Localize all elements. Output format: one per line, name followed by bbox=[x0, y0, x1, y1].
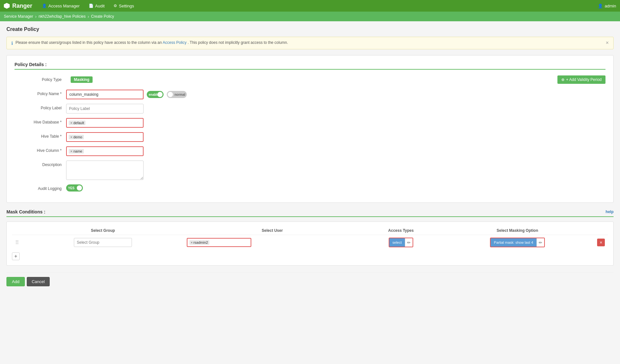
info-alert: ℹ Please ensure that users/groups listed… bbox=[6, 37, 614, 49]
remove-row-button[interactable]: × bbox=[597, 239, 605, 246]
access-type-button[interactable]: select bbox=[389, 238, 405, 247]
alert-close-button[interactable]: × bbox=[606, 40, 609, 45]
hive-table-input[interactable]: × demo bbox=[66, 132, 144, 142]
masking-option-tag: Partial mask: show last 4 bbox=[491, 238, 536, 247]
description-input[interactable] bbox=[66, 161, 144, 180]
conditions-card: Select Group Select User Access Types Se… bbox=[6, 221, 614, 266]
audit-icon: 📄 bbox=[89, 4, 94, 8]
conditions-table-body: ⠿ × rsadmin2 bbox=[12, 235, 608, 250]
policy-label-input[interactable] bbox=[66, 104, 144, 113]
select-group-input[interactable] bbox=[74, 238, 132, 247]
user-tag: × rsadmin2 bbox=[189, 240, 209, 245]
description-row: Description bbox=[15, 161, 605, 180]
hive-database-input[interactable]: × default bbox=[66, 118, 144, 128]
add-button[interactable]: Add bbox=[6, 277, 25, 286]
alert-message-pre: Please ensure that users/groups listed i… bbox=[15, 40, 162, 45]
hive-column-tag: × name bbox=[69, 149, 84, 153]
hive-column-row: Hive Column * × name bbox=[15, 146, 605, 156]
select-group-cell bbox=[22, 235, 184, 250]
hive-database-controls: × default bbox=[66, 118, 605, 128]
access-type-edit-button[interactable]: ✏ bbox=[405, 238, 413, 247]
nav-access-manager-label: Access Manager bbox=[48, 4, 80, 8]
breadcrumb-create-policy[interactable]: Create Policy bbox=[89, 14, 116, 19]
hive-database-tag: × default bbox=[69, 121, 85, 125]
policy-label-label: Policy Label bbox=[15, 104, 66, 110]
drag-col-header bbox=[12, 226, 22, 235]
select-group-col-header: Select Group bbox=[22, 226, 184, 235]
nav-settings[interactable]: ⚙ Settings bbox=[109, 0, 138, 12]
policy-name-input[interactable] bbox=[66, 90, 144, 99]
username-label: admin bbox=[605, 4, 616, 8]
policy-details-heading: Policy Details : bbox=[15, 62, 605, 70]
nav-audit[interactable]: 📄 Audit bbox=[84, 0, 109, 12]
policy-label-controls bbox=[66, 104, 605, 113]
drag-handle-cell: ⠿ bbox=[12, 235, 22, 250]
remove-row-cell: × bbox=[594, 235, 608, 250]
add-row-label: + bbox=[14, 253, 17, 259]
policy-name-label: Policy Name * bbox=[15, 90, 66, 96]
masking-option-edit-button[interactable]: ✏ bbox=[536, 238, 544, 247]
policy-label-row: Policy Label bbox=[15, 104, 605, 113]
plus-icon: ⊕ bbox=[561, 77, 565, 82]
page-title: Create Policy bbox=[6, 26, 614, 32]
masking-option-cell: Partial mask: show last 4 ✏ bbox=[441, 235, 594, 250]
add-validity-period-button[interactable]: ⊕ + Add Validity Period bbox=[557, 75, 605, 84]
description-label: Description bbox=[15, 161, 66, 167]
masking-option-wrap: Partial mask: show last 4 ✏ bbox=[490, 238, 545, 247]
audit-logging-label: Audit Logging bbox=[15, 184, 66, 191]
breadcrumb-create-policy-label: Create Policy bbox=[91, 14, 114, 19]
hive-column-tag-remove[interactable]: × bbox=[70, 149, 72, 153]
breadcrumb-service-manager[interactable]: Service Manager bbox=[4, 14, 35, 19]
breadcrumb-service-manager-label: Service Manager bbox=[4, 14, 33, 19]
access-type-wrap: select ✏ bbox=[389, 238, 414, 247]
policy-type-left: Policy Type Masking bbox=[15, 76, 93, 83]
access-manager-icon: 👤 bbox=[42, 4, 47, 8]
drag-handle-icon[interactable]: ⠿ bbox=[15, 240, 19, 245]
normal-toggle-circle bbox=[168, 92, 173, 97]
hive-database-tag-remove[interactable]: × bbox=[70, 121, 72, 125]
breadcrumb-policies-label: nkh22whcllap_hive Policies bbox=[38, 14, 85, 19]
breadcrumb-policies[interactable]: nkh22whcllap_hive Policies bbox=[36, 14, 87, 19]
top-nav: Ranger 👤 Access Manager 📄 Audit ⚙ Settin… bbox=[0, 0, 620, 12]
nav-access-manager[interactable]: 👤 Access Manager bbox=[37, 0, 84, 12]
add-validity-label: + Add Validity Period bbox=[566, 77, 602, 82]
hive-database-row: Hive Database * × default bbox=[15, 118, 605, 128]
cancel-button[interactable]: Cancel bbox=[27, 277, 49, 286]
hive-column-tag-value: name bbox=[73, 149, 82, 153]
enabled-toggle[interactable]: enabled bbox=[147, 91, 164, 98]
brand-logo[interactable]: Ranger bbox=[4, 3, 32, 9]
hive-database-label: Hive Database * bbox=[15, 118, 66, 124]
info-icon: ℹ bbox=[11, 41, 13, 46]
audit-logging-controls: YES bbox=[66, 184, 605, 192]
policy-name-controls: enabled normal bbox=[66, 90, 605, 99]
alert-access-policy-link[interactable]: Access Policy bbox=[163, 40, 186, 45]
conditions-table: Select Group Select User Access Types Se… bbox=[12, 226, 608, 250]
help-link[interactable]: help bbox=[605, 210, 614, 214]
policy-type-row: Policy Type Masking ⊕ + Add Validity Per… bbox=[15, 75, 605, 84]
hive-database-tag-value: default bbox=[73, 121, 84, 125]
select-user-cell: × rsadmin2 bbox=[184, 235, 361, 250]
hive-column-input[interactable]: × name bbox=[66, 146, 144, 156]
table-row: ⠿ × rsadmin2 bbox=[12, 235, 608, 250]
user-tag-value: rsadmin2 bbox=[193, 241, 208, 244]
hive-column-label: Hive Column * bbox=[15, 146, 66, 153]
hive-table-tag: × demo bbox=[69, 135, 84, 139]
top-nav-left: Ranger 👤 Access Manager 📄 Audit ⚙ Settin… bbox=[4, 0, 138, 12]
add-row-button[interactable]: + bbox=[12, 252, 20, 260]
conditions-header-row: Select Group Select User Access Types Se… bbox=[12, 226, 608, 235]
normal-toggle[interactable]: normal bbox=[167, 91, 187, 98]
hive-table-tag-remove[interactable]: × bbox=[70, 135, 72, 139]
user-tag-remove[interactable]: × bbox=[191, 241, 193, 244]
alert-message-post: . This policy does not implicitly grant … bbox=[188, 40, 288, 45]
mask-conditions-section: Mask Conditions : help Select Group Sele… bbox=[6, 209, 614, 266]
policy-type-badge: Masking bbox=[71, 76, 93, 83]
hive-table-tag-value: demo bbox=[73, 135, 82, 139]
policy-name-row: Policy Name * enabled normal bbox=[15, 90, 605, 99]
settings-icon: ⚙ bbox=[114, 4, 117, 8]
nav-user: 👤 admin bbox=[598, 4, 616, 8]
conditions-table-header: Select Group Select User Access Types Se… bbox=[12, 226, 608, 235]
select-user-input[interactable]: × rsadmin2 bbox=[187, 238, 251, 247]
audit-logging-toggle[interactable]: YES bbox=[66, 184, 83, 192]
breadcrumb: Service Manager › nkh22whcllap_hive Poli… bbox=[0, 12, 620, 21]
hive-table-row: Hive Table * × demo bbox=[15, 132, 605, 142]
